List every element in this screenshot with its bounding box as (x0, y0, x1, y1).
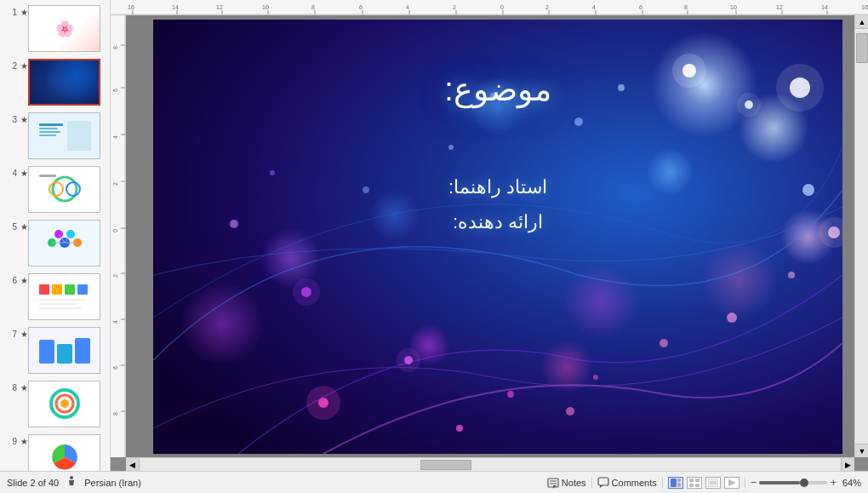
svg-rect-131 (677, 479, 681, 482)
separator-2 (662, 477, 663, 489)
slide-panel-inner[interactable]: 1 ★ 🌸 2 ★ (0, 0, 110, 471)
thumb-slide-1-bg: 🌸 (29, 6, 100, 51)
thumb-img-1: 🌸 (28, 5, 100, 52)
svg-rect-28 (39, 307, 82, 309)
ruler-top: 16 14 12 10 8 6 4 2 0 2 4 6 8 10 (111, 0, 868, 15)
slide-of-total: of (38, 478, 49, 488)
notes-button[interactable]: Notes (547, 477, 586, 489)
slide-thumb-2[interactable]: 2 ★ (3, 57, 106, 107)
svg-rect-4 (39, 135, 56, 136)
slide-num: 2 (31, 478, 36, 488)
svg-rect-25 (77, 284, 88, 295)
zoom-plus-button[interactable]: + (830, 476, 837, 489)
slide-subtitle1[interactable]: استاد راهنما: (448, 176, 547, 198)
svg-text:0: 0 (500, 4, 504, 10)
svg-point-36 (60, 399, 69, 408)
slide-text-area: موضوع: استاد راهنما: ارائه دهنده: (153, 20, 842, 454)
status-left: Slide 2 of 40 Persian (Iran) (7, 475, 141, 490)
svg-text:8: 8 (112, 46, 118, 49)
main-slide[interactable]: موضوع: استاد راهنما: ارائه دهنده: (153, 20, 842, 454)
svg-text:16: 16 (128, 4, 134, 10)
slide-panel: 1 ★ 🌸 2 ★ (0, 0, 111, 471)
horizontal-scrollbar[interactable]: ◀ ▶ (126, 457, 854, 471)
thumb-star-1: ★ (20, 8, 28, 17)
slide-thumb-9[interactable]: 9 ★ (3, 433, 106, 471)
svg-rect-135 (689, 484, 694, 487)
ruler-top-svg: 16 14 12 10 8 6 4 2 0 2 4 6 8 10 (111, 0, 868, 14)
svg-text:8: 8 (112, 412, 118, 416)
svg-rect-3 (39, 131, 60, 133)
content-area: 1 ★ 🌸 2 ★ (0, 0, 868, 471)
zoom-minus-button[interactable]: − (751, 476, 757, 489)
thumb-star-9: ★ (20, 437, 28, 446)
thumb-slide-2-bg (30, 60, 99, 104)
reading-view-button[interactable] (705, 477, 721, 489)
h-scroll-thumb[interactable] (420, 460, 471, 470)
thumb-num-7: 7 (5, 330, 17, 339)
slide-thumb-6[interactable]: 6 ★ (3, 272, 106, 322)
svg-rect-129 (598, 478, 608, 485)
language-label: Persian (Iran) (84, 478, 141, 488)
svg-rect-133 (689, 479, 694, 482)
svg-text:2: 2 (545, 4, 549, 10)
thumb-img-2 (28, 59, 100, 106)
svg-text:12: 12 (216, 4, 223, 10)
notes-label: Notes (562, 478, 586, 488)
separator-3 (745, 477, 745, 489)
main-editing-area: 16 14 12 10 8 6 4 2 0 2 4 6 8 10 (111, 0, 868, 471)
scroll-thumb[interactable] (856, 33, 868, 63)
svg-text:2: 2 (453, 4, 456, 10)
svg-text:0: 0 (112, 229, 118, 232)
slide-thumb-5[interactable]: 5 ★ (3, 218, 106, 268)
svg-rect-27 (39, 303, 77, 305)
slide-thumb-7[interactable]: 7 ★ (3, 325, 106, 375)
slide-thumb-8[interactable]: 8 ★ (3, 379, 106, 429)
slide-subtitle2[interactable]: ارائه دهنده: (453, 211, 543, 233)
svg-rect-32 (75, 338, 90, 364)
vertical-scrollbar[interactable]: ▲ ▼ (854, 15, 868, 457)
app-container: 1 ★ 🌸 2 ★ (0, 0, 868, 493)
svg-point-123 (70, 476, 73, 479)
thumb-num-1: 1 (5, 8, 17, 17)
scroll-down-button[interactable]: ▼ (855, 444, 868, 457)
svg-rect-26 (39, 299, 86, 301)
svg-rect-136 (695, 484, 700, 487)
thumb-num-8: 8 (5, 383, 17, 393)
comments-button[interactable]: Comments (597, 477, 657, 489)
scroll-right-button[interactable]: ▶ (841, 458, 854, 472)
slide-thumb-4[interactable]: 4 ★ (3, 164, 106, 215)
slideshow-button[interactable] (724, 477, 740, 489)
zoom-handle[interactable] (800, 479, 808, 487)
slide-info-text: Slide (7, 478, 31, 488)
slide-thumb-1[interactable]: 1 ★ 🌸 (3, 3, 106, 54)
thumb-img-9 (28, 434, 100, 471)
scroll-up-button[interactable]: ▲ (855, 15, 868, 29)
slide-title[interactable]: موضوع: (444, 71, 551, 108)
comments-label: Comments (612, 478, 657, 488)
slide-display-area[interactable]: موضوع: استاد راهنما: ارائه دهنده: (126, 15, 854, 457)
svg-rect-23 (52, 284, 62, 295)
svg-rect-2 (39, 128, 58, 129)
svg-text:8: 8 (311, 4, 315, 10)
svg-text:6: 6 (112, 366, 118, 370)
svg-text:4: 4 (112, 135, 118, 139)
thumb-img-8 (28, 381, 100, 427)
normal-view-button[interactable] (668, 477, 683, 489)
svg-rect-10 (39, 175, 56, 177)
zoom-control[interactable]: − + 64% (751, 476, 861, 489)
slide-sorter-button[interactable] (687, 477, 702, 489)
thumb-star-5: ★ (20, 222, 28, 232)
viewport-container: 8 6 4 2 0 2 4 6 8 (111, 15, 868, 457)
thumb-slide-8-bg (29, 381, 100, 427)
zoom-track[interactable] (759, 481, 827, 484)
svg-marker-141 (728, 479, 736, 486)
scroll-left-button[interactable]: ◀ (126, 458, 140, 472)
svg-rect-134 (695, 479, 700, 482)
svg-rect-130 (671, 479, 677, 487)
accessibility-icon[interactable] (66, 475, 77, 490)
slide-counter: Slide 2 of 40 (7, 478, 59, 488)
svg-text:2: 2 (112, 182, 118, 186)
thumb-slide-9-bg (29, 435, 100, 471)
slide-thumb-3[interactable]: 3 ★ (3, 111, 106, 161)
zoom-fill (759, 481, 800, 484)
